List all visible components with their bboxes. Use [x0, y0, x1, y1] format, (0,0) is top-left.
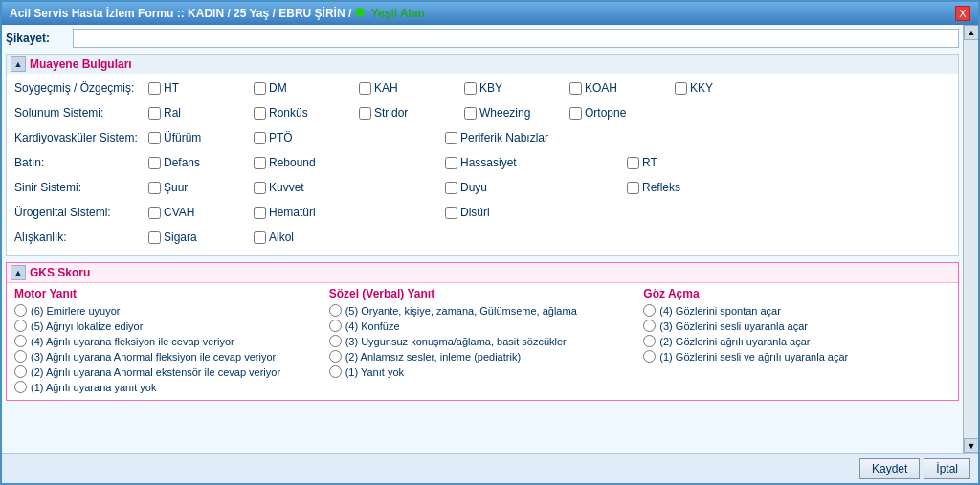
gks-sozel-5: (5) Oryante, kişiye, zamana, Gülümseme, …	[329, 304, 636, 317]
motor-2-radio[interactable]	[14, 365, 27, 378]
koah-checkbox[interactable]	[569, 82, 582, 95]
kky-checkbox[interactable]	[675, 82, 687, 95]
gks-goz-col: Göz Açma (4) Gözlerini spontan açar (3) …	[643, 287, 950, 396]
row-sinir: Sinir Sistemi: Şuur Kuvvet Duyu Refleks	[14, 177, 950, 198]
refleks-checkbox[interactable]	[627, 182, 639, 194]
hassasiyet-label: Hassasiyet	[460, 156, 517, 169]
footer: Kaydet İptal	[2, 453, 978, 483]
cb-defans: Defans	[148, 156, 234, 169]
muayene-header: ▲ Muayene Bulguları	[7, 55, 958, 74]
scrollbar: ▲ ▼	[963, 25, 978, 453]
gks-sozel-1: (1) Yanıt yok	[329, 365, 636, 378]
goz-1-label: (1) Gözlerini sesli ve ağrılı uyaranla a…	[659, 351, 848, 363]
motor-3-label: (3) Ağrılı uyarana Anormal fleksiyon ile…	[31, 351, 276, 363]
motor-1-radio[interactable]	[14, 381, 27, 393]
scroll-up-btn[interactable]: ▲	[964, 25, 978, 40]
sozel-2-radio[interactable]	[329, 350, 342, 363]
cb-stridor: Stridor	[359, 106, 445, 120]
ronkus-checkbox[interactable]	[254, 107, 266, 120]
disuri-checkbox[interactable]	[445, 207, 457, 219]
motor-6-radio[interactable]	[14, 304, 27, 317]
sikabet-input[interactable]	[73, 29, 959, 48]
goz-2-radio[interactable]	[643, 335, 656, 347]
row-urogenital-label: Ürogenital Sistemi:	[14, 206, 148, 219]
goz-4-radio[interactable]	[643, 304, 656, 317]
rt-label: RT	[642, 156, 657, 169]
sigara-checkbox[interactable]	[148, 231, 161, 244]
goz-3-radio[interactable]	[643, 320, 656, 332]
sigara-label: Sigara	[164, 231, 197, 244]
kah-label: KAH	[374, 81, 398, 95]
hematuri-checkbox[interactable]	[254, 207, 266, 219]
suur-label: Şuur	[164, 181, 188, 194]
wheezing-label: Wheezing	[479, 106, 530, 120]
ht-checkbox[interactable]	[148, 82, 161, 95]
kuvvet-label: Kuvvet	[269, 181, 304, 194]
gks-collapse-btn[interactable]: ▲	[11, 265, 26, 280]
defans-checkbox[interactable]	[148, 157, 161, 169]
goz-1-radio[interactable]	[643, 350, 656, 363]
sozel-4-radio[interactable]	[329, 320, 342, 332]
ufurum-checkbox[interactable]	[148, 132, 161, 144]
cb-periferik: Periferik Nabızlar	[445, 131, 548, 144]
sozel-3-radio[interactable]	[329, 335, 342, 347]
gks-sozel-3: (3) Uygunsuz konuşma/ağlama, basit sözcü…	[329, 335, 636, 347]
motor-4-label: (4) Ağrılı uyarana fleksiyon ile cevap v…	[31, 336, 234, 347]
rebound-label: Rebound	[269, 156, 316, 169]
cb-disuri: Disüri	[445, 206, 531, 219]
status-dot	[355, 8, 365, 17]
ral-checkbox[interactable]	[148, 107, 161, 120]
alkol-checkbox[interactable]	[254, 231, 266, 244]
gks-sozel-2: (2) Anlamsız sesler, inleme (pediatrik)	[329, 350, 636, 363]
defans-label: Defans	[164, 156, 200, 169]
goz-4-label: (4) Gözlerini spontan açar	[659, 305, 781, 317]
cb-kuvvet: Kuvvet	[254, 181, 426, 194]
cancel-button[interactable]: İptal	[924, 458, 970, 479]
cb-dm: DM	[254, 81, 340, 95]
area-label: Yeşil Alan	[371, 7, 425, 20]
motor-2-label: (2) Ağrılı uyarana Anormal ekstensör ile…	[31, 366, 280, 378]
cb-duyu: Duyu	[445, 181, 531, 194]
gks-sozel-4: (4) Konfüze	[329, 320, 636, 332]
duyu-label: Duyu	[460, 181, 487, 194]
motor-4-radio[interactable]	[14, 335, 27, 347]
save-button[interactable]: Kaydet	[859, 458, 920, 479]
pto-checkbox[interactable]	[254, 132, 266, 144]
motor-3-radio[interactable]	[14, 350, 27, 363]
gks-section: ▲ GKS Skoru Motor Yanıt (6) Emirlere uyu…	[6, 262, 959, 401]
muayene-collapse-btn[interactable]: ▲	[11, 56, 26, 72]
sozel-3-label: (3) Uygunsuz konuşma/ağlama, basit sözcü…	[345, 336, 567, 347]
scroll-down-btn[interactable]: ▼	[964, 438, 978, 453]
cb-kah: KAH	[359, 81, 445, 95]
dm-checkbox[interactable]	[254, 82, 266, 95]
sikabet-label: Şikayet:	[6, 32, 73, 45]
rt-checkbox[interactable]	[627, 157, 639, 169]
sozel-5-label: (5) Oryante, kişiye, zamana, Gülümseme, …	[345, 305, 577, 317]
kah-checkbox[interactable]	[359, 82, 371, 95]
cb-rt: RT	[627, 156, 713, 169]
gks-header: ▲ GKS Skoru	[7, 263, 958, 283]
motor-5-radio[interactable]	[14, 320, 27, 332]
duyu-checkbox[interactable]	[445, 182, 457, 194]
gks-motor-5: (5) Ağrıyı lokalize ediyor	[14, 320, 322, 332]
sozel-1-radio[interactable]	[329, 365, 342, 378]
close-button[interactable]: X	[955, 6, 970, 21]
cb-wheezing: Wheezing	[464, 106, 550, 120]
cvah-checkbox[interactable]	[148, 207, 161, 219]
cb-hassasiyet: Hassasiyet	[445, 156, 531, 169]
wheezing-checkbox[interactable]	[464, 107, 477, 120]
kby-checkbox[interactable]	[464, 82, 477, 95]
stridor-checkbox[interactable]	[359, 107, 371, 120]
kuvvet-checkbox[interactable]	[254, 182, 266, 194]
hematuri-label: Hematüri	[269, 206, 316, 219]
cb-ht: HT	[148, 81, 234, 95]
periferik-checkbox[interactable]	[445, 132, 457, 144]
suur-checkbox[interactable]	[148, 182, 161, 194]
cb-cvah: CVAH	[148, 206, 234, 219]
rebound-checkbox[interactable]	[254, 157, 266, 169]
alkol-label: Alkol	[269, 231, 294, 244]
ortopne-checkbox[interactable]	[569, 107, 582, 120]
sozel-5-radio[interactable]	[329, 304, 342, 317]
hassasiyet-checkbox[interactable]	[445, 157, 457, 169]
gks-motor-4: (4) Ağrılı uyarana fleksiyon ile cevap v…	[14, 335, 322, 347]
